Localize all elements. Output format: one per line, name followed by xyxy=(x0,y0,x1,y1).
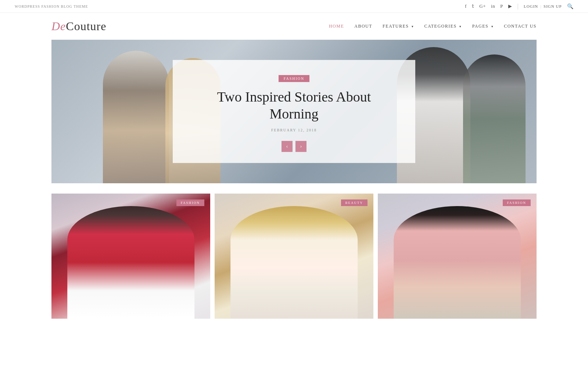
pages-dropdown-arrow: ▾ xyxy=(491,25,494,28)
card-2[interactable]: BEAUTY xyxy=(215,194,373,319)
hero-overlay: FASHION Two Inspired Stories About Morni… xyxy=(173,60,415,163)
slide-title: Two Inspired Stories About Morning xyxy=(195,89,393,122)
card-1[interactable]: FASHION xyxy=(51,194,210,319)
slide-date: FEBRUARY 12, 2018 xyxy=(195,128,393,132)
login-link[interactable]: LOGIN xyxy=(524,4,538,8)
social-icons: f 𝕥 G+ in P ▶ xyxy=(465,3,512,9)
person-red xyxy=(67,206,194,319)
person-pink xyxy=(394,206,521,319)
card-2-figure xyxy=(230,206,358,319)
figure-1 xyxy=(103,51,169,183)
card-1-figure xyxy=(67,206,194,319)
auth-separator: | xyxy=(540,4,541,8)
card-2-tag: BEAUTY xyxy=(341,199,368,206)
slide-category-badge: FASHION xyxy=(279,75,310,82)
top-bar-right: f 𝕥 G+ in P ▶ | LOGIN | SIGN UP 🔍 xyxy=(465,3,573,10)
twitter-icon[interactable]: 𝕥 xyxy=(472,3,474,9)
slide-next-button[interactable]: › xyxy=(295,141,306,152)
main-nav: HOME ABOUT FEATURES ▾ CATEGORIES ▾ PAGES… xyxy=(329,24,537,29)
logo-de: De xyxy=(51,20,66,33)
figure-4 xyxy=(463,54,526,183)
auth-links: LOGIN | SIGN UP xyxy=(524,4,562,8)
features-dropdown-arrow: ▾ xyxy=(412,25,414,28)
categories-dropdown-arrow: ▾ xyxy=(459,25,462,28)
search-icon[interactable]: 🔍 xyxy=(567,3,574,10)
nav-pages[interactable]: PAGES ▾ xyxy=(472,24,494,29)
nav-categories[interactable]: CATEGORIES ▾ xyxy=(424,24,462,29)
card-3-tag: FASHION xyxy=(503,199,531,206)
nav-features[interactable]: FEATURES ▾ xyxy=(383,24,414,29)
nav-about[interactable]: ABOUT xyxy=(354,24,372,29)
divider: | xyxy=(517,3,519,10)
googleplus-icon[interactable]: G+ xyxy=(479,3,486,9)
signup-link[interactable]: SIGN UP xyxy=(544,4,562,8)
top-bar: WORDPRESS FASHION BLOG THEME f 𝕥 G+ in P… xyxy=(0,0,588,13)
header: DeCouture HOME ABOUT FEATURES ▾ CATEGORI… xyxy=(0,13,588,40)
card-1-tag: FASHION xyxy=(176,199,204,206)
youtube-icon[interactable]: ▶ xyxy=(508,3,512,9)
slide-prev-button[interactable]: ‹ xyxy=(282,141,293,152)
linkedin-icon[interactable]: in xyxy=(491,3,495,9)
pinterest-icon[interactable]: P xyxy=(500,3,503,9)
person-blonde xyxy=(230,206,358,319)
logo[interactable]: DeCouture xyxy=(51,20,106,33)
hero-slider: FASHION Two Inspired Stories About Morni… xyxy=(51,40,537,183)
card-3[interactable]: FASHION xyxy=(378,194,537,319)
logo-couture: Couture xyxy=(66,20,106,33)
facebook-icon[interactable]: f xyxy=(465,3,467,9)
card-3-figure xyxy=(394,206,521,319)
nav-contact[interactable]: CONTACT US xyxy=(504,24,537,29)
slide-navigation: ‹ › xyxy=(195,141,393,152)
cards-section: FASHION BEAUTY FASHION xyxy=(51,194,537,319)
site-label: WORDPRESS FASHION BLOG THEME xyxy=(15,4,88,8)
nav-home[interactable]: HOME xyxy=(329,24,344,29)
